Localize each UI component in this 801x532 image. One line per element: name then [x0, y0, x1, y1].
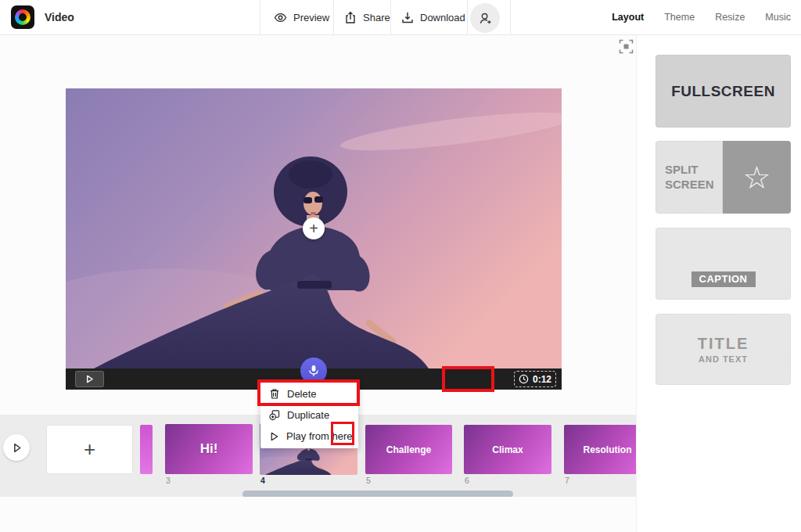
download-label: Download [420, 12, 465, 23]
split-screen-label-cell: SPLITSCREEN [656, 141, 723, 214]
duration-value: 0:12 [533, 374, 551, 385]
app-window: Video Preview Share Download Layout Them… [0, 0, 801, 532]
slide-thumb-7[interactable]: Resolution [564, 425, 636, 474]
play-outline-icon [269, 431, 279, 442]
divider [510, 0, 511, 34]
plus-glyph: + [84, 437, 95, 462]
slide-5-label: Challenge [386, 444, 431, 455]
divider [333, 0, 334, 34]
person-add-icon [478, 11, 493, 26]
download-button[interactable]: Download [401, 0, 465, 34]
share-icon [344, 11, 357, 24]
slide-thumb-3[interactable]: Hi! [165, 424, 253, 474]
slide-7-number: 7 [565, 476, 569, 485]
share-button[interactable]: Share [344, 0, 390, 34]
preview-label: Preview [293, 12, 329, 23]
menu-item-play-from-here[interactable]: Play from here [260, 426, 358, 447]
tab-layout[interactable]: Layout [612, 12, 644, 23]
expand-fullscreen-icon[interactable] [619, 39, 634, 54]
menu-label-duplicate: Duplicate [287, 409, 329, 421]
star-icon: ☆ [743, 160, 771, 196]
split-screen-label: SPLITSCREEN [665, 163, 714, 192]
video-stage: + 0:12 [66, 88, 562, 390]
divider [260, 0, 260, 34]
trash-icon [269, 388, 280, 400]
layout-card-split-screen[interactable]: SPLITSCREEN ☆ [656, 141, 791, 214]
slide-5-number: 5 [366, 476, 371, 485]
slide-7-label: Resolution [584, 444, 632, 455]
split-screen-media-cell: ☆ [723, 141, 791, 214]
menu-label-play-from-here: Play from here [286, 430, 353, 442]
play-icon [11, 442, 23, 454]
mode-nav: Layout Theme Resize Music [612, 0, 791, 34]
share-label: Share [363, 12, 390, 23]
fullscreen-label: FULLSCREEN [671, 83, 775, 100]
tab-resize[interactable]: Resize [715, 12, 745, 23]
slide-3-label: Hi! [200, 441, 218, 457]
menu-item-duplicate[interactable]: Duplicate [260, 404, 358, 426]
play-icon [84, 374, 95, 384]
timeline-play-button[interactable] [3, 434, 30, 461]
layout-card-title-and-text[interactable]: TITLE AND TEXT [656, 314, 791, 385]
and-text-label: AND TEXT [699, 354, 748, 364]
microphone-button[interactable] [300, 358, 327, 384]
add-content-button[interactable]: + [303, 217, 325, 239]
download-icon [401, 11, 414, 24]
slide-4-number: 4 [260, 476, 265, 485]
slide-photo[interactable]: + [66, 88, 562, 368]
microphone-icon [308, 365, 319, 377]
slide-6-number: 6 [465, 476, 469, 485]
top-bar: Video Preview Share Download Layout Them… [0, 0, 801, 35]
divider [467, 0, 468, 34]
slide-thumb-partial[interactable] [140, 425, 153, 474]
cc-ring-icon [15, 9, 31, 25]
menu-label-delete: Delete [287, 388, 317, 400]
invite-collaborator-button[interactable] [470, 3, 500, 33]
clock-icon [519, 374, 529, 384]
slide-thumb-5[interactable]: Challenge [365, 425, 452, 474]
duplicate-icon [269, 409, 280, 421]
title-label: TITLE [698, 335, 749, 353]
play-button[interactable] [75, 371, 104, 387]
eye-icon [274, 11, 287, 24]
slide-thumb-6[interactable]: Climax [464, 425, 551, 474]
tab-music[interactable]: Music [765, 12, 791, 23]
divider [390, 0, 391, 34]
creative-cloud-logo-icon[interactable] [11, 5, 34, 29]
layout-card-caption[interactable]: CAPTION [656, 228, 791, 300]
layout-panel: FULLSCREEN SPLITSCREEN ☆ CAPTION TITLE A… [636, 35, 801, 532]
duration-button[interactable]: 0:12 [514, 371, 556, 387]
project-title: Video [45, 0, 74, 34]
timeline-scrollbar[interactable] [242, 491, 513, 497]
caption-badge: CAPTION [691, 271, 756, 287]
slide-3-number: 3 [166, 476, 171, 485]
menu-item-delete[interactable]: Delete [260, 383, 358, 404]
preview-button[interactable]: Preview [274, 0, 329, 34]
add-slide-button[interactable]: + [46, 425, 133, 474]
slide-6-label: Climax [492, 444, 523, 455]
layout-card-fullscreen[interactable]: FULLSCREEN [656, 55, 791, 128]
slide-context-menu: Delete Duplicate Play from here [260, 382, 358, 448]
tab-theme[interactable]: Theme [664, 12, 695, 23]
